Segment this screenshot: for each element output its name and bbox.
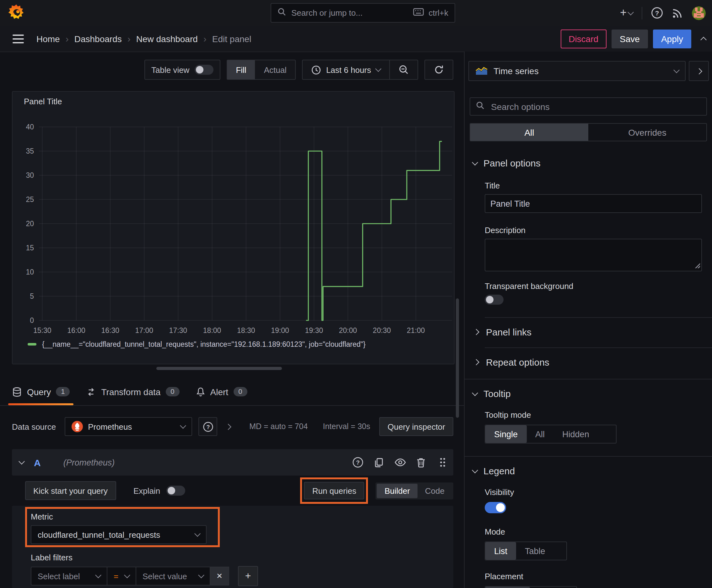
- explain-control: Explain: [133, 486, 185, 496]
- panel-description-textarea[interactable]: [485, 239, 702, 271]
- search-placeholder: Search or jump to...: [291, 8, 408, 18]
- breadcrumb-dashboards[interactable]: Dashboards: [74, 34, 122, 44]
- explain-toggle[interactable]: [166, 486, 185, 496]
- svg-text:20:00: 20:00: [339, 327, 357, 335]
- legend-mode-switch: List Table: [485, 542, 567, 560]
- options-search-input[interactable]: [490, 101, 701, 112]
- apply-button[interactable]: Apply: [653, 29, 691, 48]
- panel-title: Panel Title: [24, 97, 62, 106]
- time-range-label: Last 6 hours: [326, 65, 371, 75]
- main-scrollbar-thumb[interactable]: [456, 298, 459, 418]
- remove-filter-button[interactable]: ✕: [210, 567, 229, 586]
- legend-placement-bottom[interactable]: Bottom: [486, 587, 530, 588]
- add-filter-button[interactable]: +: [238, 566, 258, 586]
- news-rss-button[interactable]: [672, 7, 683, 19]
- tab-query-label: Query: [27, 387, 51, 397]
- panel-resize-handle[interactable]: [156, 367, 282, 370]
- visualization-picker[interactable]: Time series: [468, 61, 686, 81]
- query-ref-id: A: [34, 457, 41, 468]
- expand-options-icon[interactable]: [225, 423, 231, 430]
- datasource-picker[interactable]: Prometheus: [65, 417, 192, 436]
- tab-alert[interactable]: Alert 0: [192, 378, 251, 405]
- legend-mode-table[interactable]: Table: [516, 542, 554, 560]
- panel-title-input[interactable]: [485, 194, 702, 213]
- title-label: Title: [485, 181, 712, 190]
- add-new-button[interactable]: +: [620, 6, 633, 19]
- description-label: Description: [485, 226, 712, 235]
- grafana-logo-icon[interactable]: [7, 3, 26, 22]
- metric-select[interactable]: cloudflared_tunnel_total_requests: [31, 525, 207, 544]
- chart-legend[interactable]: {__name__="cloudflared_tunnel_total_requ…: [28, 340, 365, 348]
- refresh-button[interactable]: [425, 60, 453, 79]
- legend-placement-label: Placement: [485, 572, 712, 581]
- save-button[interactable]: Save: [611, 29, 648, 48]
- select-value-dropdown[interactable]: Select value: [136, 567, 210, 586]
- run-queries-button[interactable]: Run queries: [304, 482, 365, 499]
- query-help-icon[interactable]: ?: [352, 457, 364, 468]
- svg-text:?: ?: [655, 9, 659, 17]
- actual-option[interactable]: Actual: [255, 60, 296, 79]
- tooltip-mode-all[interactable]: All: [526, 425, 554, 443]
- toggle-visibility-icon[interactable]: [394, 458, 406, 467]
- time-range-picker[interactable]: Last 6 hours: [303, 60, 389, 79]
- help-button[interactable]: ?: [651, 7, 663, 19]
- user-avatar[interactable]: [692, 6, 706, 20]
- resize-grip-icon[interactable]: [695, 263, 700, 268]
- divider: [642, 6, 642, 19]
- timeseries-chart[interactable]: 051015202530354015:3016:0016:3017:0017:3…: [13, 110, 455, 344]
- repeat-options-section[interactable]: Repeat options: [465, 348, 712, 368]
- legend-placement-right[interactable]: Right: [530, 587, 567, 588]
- svg-text:16:30: 16:30: [101, 327, 119, 335]
- transform-icon: [86, 387, 96, 397]
- datasource-row: Data source Prometheus ? MD = auto = 704…: [12, 413, 453, 440]
- breadcrumb-home[interactable]: Home: [37, 34, 60, 44]
- delete-query-icon[interactable]: [416, 457, 426, 468]
- options-filter-tabs: All Overrides: [470, 123, 707, 141]
- tooltip-mode-hidden[interactable]: Hidden: [554, 425, 598, 443]
- query-inspector-button[interactable]: Query inspector: [379, 417, 453, 436]
- legend-section-header[interactable]: Legend: [465, 465, 712, 476]
- tab-transform-data[interactable]: Transform data 0: [83, 378, 184, 405]
- discard-button[interactable]: Discard: [560, 29, 606, 48]
- search-icon: [476, 101, 485, 112]
- svg-text:15: 15: [26, 244, 34, 252]
- kick-start-query-button[interactable]: Kick start your query: [25, 481, 116, 500]
- transparent-background-label: Transparent background: [485, 281, 712, 291]
- legend-mode-list[interactable]: List: [486, 542, 516, 560]
- collapse-header-button[interactable]: [701, 36, 706, 42]
- tab-alert-count: 0: [233, 387, 247, 396]
- datasource-label: Data source: [12, 422, 58, 431]
- panel-links-section[interactable]: Panel links: [465, 318, 712, 337]
- panel-options-section-header[interactable]: Panel options: [465, 158, 712, 168]
- fill-option[interactable]: Fill: [227, 60, 255, 79]
- svg-text:40: 40: [26, 123, 34, 131]
- collapse-query-icon[interactable]: [19, 458, 25, 465]
- query-row-header[interactable]: A (Prometheus) ?: [12, 449, 453, 476]
- code-option[interactable]: Code: [417, 483, 452, 498]
- duplicate-query-icon[interactable]: [373, 457, 384, 468]
- options-search[interactable]: [470, 97, 707, 115]
- table-view-toggle[interactable]: [194, 65, 213, 75]
- tooltip-section-header[interactable]: Tooltip: [465, 388, 712, 399]
- collapse-options-pane-button[interactable]: [689, 61, 709, 81]
- filter-tab-overrides[interactable]: Overrides: [588, 124, 706, 141]
- builder-option[interactable]: Builder: [377, 483, 417, 498]
- tab-query[interactable]: Query 1: [8, 378, 74, 405]
- drag-handle-icon[interactable]: [439, 457, 446, 467]
- tooltip-mode-single[interactable]: Single: [486, 425, 526, 443]
- zoom-out-button[interactable]: [389, 60, 417, 79]
- svg-text:15:30: 15:30: [33, 327, 51, 335]
- legend-visibility-toggle[interactable]: [485, 502, 506, 513]
- transparent-background-toggle[interactable]: [485, 295, 503, 305]
- operator-dropdown[interactable]: =: [107, 567, 136, 586]
- svg-text:25: 25: [26, 195, 34, 204]
- breadcrumb-new-dashboard[interactable]: New dashboard: [136, 34, 198, 44]
- select-label-dropdown[interactable]: Select label: [31, 567, 107, 586]
- global-search-input[interactable]: Search or jump to... ctrl+k: [271, 3, 455, 23]
- explain-label: Explain: [133, 486, 160, 495]
- menu-toggle-button[interactable]: [13, 34, 24, 43]
- filter-tab-all[interactable]: All: [470, 124, 588, 141]
- datasource-help-button[interactable]: ?: [198, 417, 217, 436]
- zoom-out-icon: [399, 65, 409, 75]
- visibility-label: Visibility: [485, 487, 712, 497]
